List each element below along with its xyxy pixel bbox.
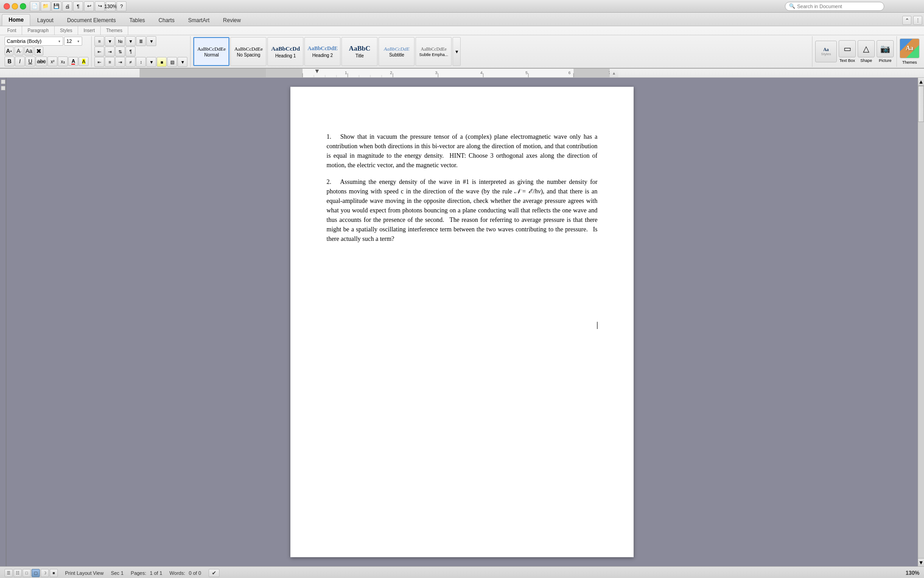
minimize-button[interactable]: [12, 3, 18, 9]
section-item: Sec 1: [111, 570, 123, 576]
style-no-spacing[interactable]: AaBbCcDdEe No Spacing: [230, 37, 266, 66]
view-icon-2[interactable]: ☷: [14, 569, 22, 577]
ruler-settings-button[interactable]: ▲: [609, 69, 618, 77]
style-subtitle[interactable]: AaBbCcDdE Subtitle: [378, 37, 415, 66]
align-center-button[interactable]: ≡: [105, 57, 115, 67]
picture-button[interactable]: 📷 Picture: [877, 40, 894, 63]
underline-button[interactable]: U: [25, 56, 35, 66]
words-item: Words: 0 of 0: [169, 570, 201, 576]
scroll-thumb[interactable]: [918, 86, 924, 122]
bullet-list-dropdown[interactable]: ▼: [105, 36, 115, 46]
document-paragraph-2[interactable]: 2. Assuming the energy density of the wa…: [327, 177, 597, 244]
font-size-dropdown-icon: ▼: [77, 40, 80, 43]
bullet-list-button[interactable]: ≡: [94, 36, 104, 46]
svg-rect-0: [266, 69, 303, 78]
style-heading1[interactable]: AaBbCcDd Heading 1: [267, 37, 303, 66]
print-button[interactable]: 🖨: [62, 1, 72, 11]
subscript-button[interactable]: x₂: [58, 56, 68, 66]
highlight-color-button[interactable]: A: [79, 57, 89, 66]
style-subtitle-preview: AaBbCcDdE: [384, 46, 410, 52]
decrease-indent-button[interactable]: ⇤: [94, 47, 104, 56]
strikethrough-button[interactable]: abc: [36, 56, 47, 66]
scroll-up-button[interactable]: ▲: [918, 78, 924, 86]
tab-charts[interactable]: Charts: [152, 14, 181, 26]
svg-text:6: 6: [568, 70, 570, 75]
close-button[interactable]: [4, 3, 10, 9]
style-normal-preview: AaBbCcDdEe: [197, 46, 226, 52]
open-button[interactable]: 📁: [41, 1, 51, 11]
style-title[interactable]: AaBbC Title: [341, 37, 378, 66]
view-icon-5[interactable]: ☽: [41, 569, 49, 577]
view-icon-3[interactable]: □: [23, 569, 31, 577]
tab-document-elements[interactable]: Document Elements: [60, 14, 122, 26]
multilevel-list-dropdown[interactable]: ▼: [146, 36, 156, 46]
numbered-list-button[interactable]: №: [115, 36, 125, 46]
view-icon-1[interactable]: ☰: [5, 569, 13, 577]
view-icon-6[interactable]: ■: [50, 569, 58, 577]
font-size-box[interactable]: 12 ▼: [64, 37, 82, 46]
save-button[interactable]: 💾: [51, 1, 61, 11]
view-icon-print[interactable]: ▢: [32, 569, 40, 577]
borders-dropdown[interactable]: ▼: [177, 57, 187, 67]
redo-button[interactable]: ↪: [95, 1, 105, 11]
tab-home[interactable]: Home: [2, 14, 30, 26]
quick-styles-button[interactable]: Aa Styles: [815, 41, 837, 62]
bold-button[interactable]: B: [5, 56, 14, 66]
multilevel-list-button[interactable]: ≣: [136, 36, 146, 46]
scroll-track[interactable]: [918, 86, 924, 558]
styles-more-button[interactable]: ▼: [453, 37, 461, 66]
ribbon-section-labels: Font Paragraph Styles Insert Themes: [0, 26, 924, 35]
new-doc-button[interactable]: 📄: [30, 1, 40, 11]
sort-button[interactable]: ⇅: [115, 47, 125, 56]
borders-button[interactable]: ▧: [167, 57, 177, 67]
textbox-button[interactable]: ▭ Text Box: [839, 40, 856, 63]
zoom-button[interactable]: 130%: [106, 1, 116, 11]
search-input[interactable]: [797, 4, 880, 9]
scroll-down-button[interactable]: ▼: [918, 558, 924, 566]
superscript-button[interactable]: x²: [47, 56, 57, 66]
font-size-increase-button[interactable]: A+: [5, 47, 14, 56]
tab-review[interactable]: Review: [216, 14, 247, 26]
show-formatting-button[interactable]: ¶: [73, 1, 83, 11]
font-case-button[interactable]: Aa: [24, 47, 33, 56]
document-paragraph-1[interactable]: 1. Show that in vacuum the pressure tens…: [327, 132, 597, 170]
tab-smartart[interactable]: SmartArt: [181, 14, 216, 26]
shading-button[interactable]: ■: [157, 57, 167, 67]
undo-button[interactable]: ↩: [84, 1, 94, 11]
font-size-decrease-button[interactable]: A-: [14, 47, 23, 56]
italic-button[interactable]: I: [15, 56, 25, 66]
svg-text:2: 2: [390, 70, 392, 75]
font-name-box[interactable]: Cambria (Body) ▼: [5, 37, 63, 46]
tab-tables[interactable]: Tables: [122, 14, 152, 26]
maximize-button[interactable]: [20, 3, 26, 9]
ruler: 1 2 3 4 5 6 7 ▲: [0, 69, 924, 78]
pages-value: 1 of 1: [150, 570, 163, 576]
themes-button[interactable]: Aa Themes: [900, 38, 919, 65]
style-subtle-emph[interactable]: AaBbCcDdEe Subtle Empha...: [415, 37, 452, 66]
document-scroll-area[interactable]: 1. Show that in vacuum the pressure tens…: [6, 78, 918, 566]
ribbon-options-button[interactable]: ⋮: [913, 16, 922, 25]
increase-indent-button[interactable]: ⇥: [105, 47, 115, 56]
numbered-list-dropdown[interactable]: ▼: [126, 36, 135, 46]
show-marks-button[interactable]: ¶: [126, 47, 135, 56]
style-heading2[interactable]: AaBbCcDdE Heading 2: [304, 37, 341, 66]
text-color-button[interactable]: A: [68, 57, 78, 66]
spelling-check-button[interactable]: ✔: [209, 569, 219, 577]
window-controls: [4, 3, 26, 9]
justify-button[interactable]: ≠: [126, 57, 135, 67]
help-button[interactable]: ?: [117, 1, 126, 11]
view-mode-icons: ☰ ☷ □ ▢ ☽ ■: [5, 569, 58, 577]
align-right-button[interactable]: ⇥: [115, 57, 125, 67]
shape-button[interactable]: △ Shape: [858, 40, 875, 63]
right-scrollbar[interactable]: ▲ ▼: [918, 78, 924, 566]
line-spacing-button[interactable]: ↕: [136, 57, 146, 67]
line-spacing-dropdown[interactable]: ▼: [146, 57, 156, 67]
font-section-label: Font: [2, 26, 22, 35]
search-box[interactable]: 🔍: [785, 2, 884, 11]
ribbon-collapse-button[interactable]: ⌃: [902, 16, 911, 25]
align-left-button[interactable]: ⇤: [94, 57, 104, 67]
clear-format-button[interactable]: ✖: [34, 47, 43, 56]
style-normal[interactable]: AaBbCcDdEe Normal: [193, 37, 229, 66]
style-heading2-preview: AaBbCcDdE: [308, 45, 338, 52]
tab-layout[interactable]: Layout: [30, 14, 60, 26]
